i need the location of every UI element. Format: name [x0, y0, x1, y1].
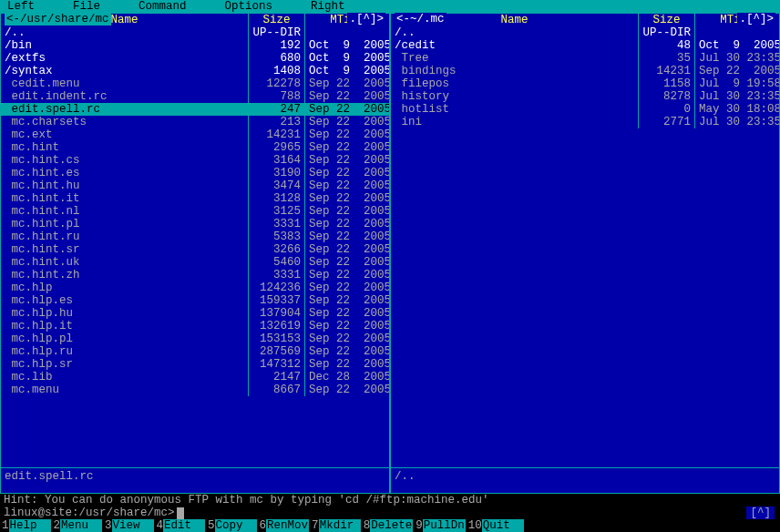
top-menubar[interactable]: Left File Command Options Right: [0, 0, 780, 13]
fkey-view[interactable]: View: [112, 519, 154, 532]
file-row[interactable]: bindings14231Sep 22 2005: [391, 65, 779, 77]
file-name: mc.hint.cs: [1, 154, 249, 167]
fkey-renmov[interactable]: RenMov: [266, 519, 309, 532]
right-file-list[interactable]: /..UP--DIR/cedit48Oct 9 2005 Tree35Jul 3…: [391, 26, 779, 467]
file-name: Tree: [391, 52, 639, 65]
file-row[interactable]: mc.lib2147Dec 28 2005: [1, 371, 389, 384]
file-mtime: Sep 22 2005: [305, 281, 389, 294]
file-row[interactable]: mc.hlp.ru287569Sep 22 2005: [1, 345, 389, 358]
file-row[interactable]: /..UP--DIR: [391, 26, 779, 39]
file-row[interactable]: mc.hint.uk5460Sep 22 2005: [1, 256, 389, 269]
left-panel[interactable]: <-/usr/share/mc .[^]> Name Size MTime /.…: [0, 13, 390, 494]
fkey-number: 3: [105, 519, 112, 532]
file-row[interactable]: mc.menu8667Sep 22 2005: [1, 384, 389, 396]
file-name: mc.hint.sr: [1, 243, 249, 256]
fkey-pulldn[interactable]: PullDn: [423, 519, 466, 532]
left-file-list[interactable]: /..UP--DIR/bin192Oct 9 2005/extfs680Oct …: [1, 26, 389, 467]
file-mtime: Sep 22 2005: [305, 358, 389, 371]
file-name: mc.hint.pl: [1, 218, 249, 230]
fkey-number: 6: [260, 519, 267, 532]
file-row[interactable]: /syntax1408Oct 9 2005: [1, 65, 389, 77]
file-row[interactable]: mc.hlp.es159337Sep 22 2005: [1, 294, 389, 307]
file-row[interactable]: mc.hint.cs3164Sep 22 2005: [1, 154, 389, 167]
menu-file[interactable]: File: [73, 0, 100, 13]
file-name: hotlist: [391, 103, 639, 116]
command-prompt[interactable]: linux@site:/usr/share/mc> [^]: [0, 506, 780, 519]
file-row[interactable]: mc.hint.zh3331Sep 22 2005: [1, 269, 389, 281]
right-panel-path[interactable]: <-~/.mc: [395, 13, 446, 26]
fkey-edit[interactable]: Edit: [163, 519, 205, 532]
file-row[interactable]: mc.hlp.hu137904Sep 22 2005: [1, 307, 389, 320]
file-row[interactable]: mc.hlp.sr147312Sep 22 2005: [1, 358, 389, 371]
file-size: 3164: [249, 154, 305, 167]
header-size[interactable]: Size: [639, 14, 695, 26]
file-name: filepos: [391, 77, 639, 90]
file-row[interactable]: mc.hlp.pl153153Sep 22 2005: [1, 332, 389, 345]
file-size: 35: [639, 52, 695, 65]
fkey-quit[interactable]: Quit: [482, 519, 524, 532]
file-row[interactable]: filepos1158Jul 9 19:58: [391, 77, 779, 90]
file-row[interactable]: /..UP--DIR: [1, 26, 389, 39]
file-name: mc.hlp: [1, 281, 249, 294]
fkey-number: 9: [416, 519, 423, 532]
file-size: 8278: [639, 90, 695, 103]
file-row[interactable]: edit.indent.rc788Sep 22 2005: [1, 90, 389, 103]
file-row[interactable]: cedit.menu12278Sep 22 2005: [1, 77, 389, 90]
file-row[interactable]: mc.charsets213Sep 22 2005: [1, 116, 389, 128]
function-key-bar[interactable]: 1Help2Menu3View4Edit5Copy6RenMov7Mkdir8D…: [0, 519, 780, 532]
left-panel-sort-indicator[interactable]: .[^]>: [347, 13, 385, 26]
file-row[interactable]: history8278Jul 30 23:35: [391, 90, 779, 103]
left-panel-path[interactable]: <-/usr/share/mc: [5, 13, 111, 26]
header-size[interactable]: Size: [249, 14, 305, 26]
file-name: mc.hlp.es: [1, 294, 249, 307]
file-mtime: Sep 22 2005: [305, 384, 389, 396]
file-row[interactable]: mc.hint.ru5383Sep 22 2005: [1, 230, 389, 243]
file-size: 2771: [639, 116, 695, 128]
file-row[interactable]: /bin192Oct 9 2005: [1, 39, 389, 52]
file-row[interactable]: mc.hint.nl3125Sep 22 2005: [1, 205, 389, 218]
file-size: 3190: [249, 167, 305, 179]
fkey-help[interactable]: Help: [9, 519, 51, 532]
file-row[interactable]: hotlist0May 30 18:08: [391, 103, 779, 116]
file-size: 5383: [249, 230, 305, 243]
file-mtime: Sep 22 2005: [695, 65, 779, 77]
right-panel[interactable]: <-~/.mc .[^]> Name Size MTime /..UP--DIR…: [390, 13, 780, 494]
file-mtime: Sep 22 2005: [305, 332, 389, 345]
file-mtime: Sep 22 2005: [305, 269, 389, 281]
file-name: mc.charsets: [1, 116, 249, 128]
file-name: mc.hint.es: [1, 167, 249, 179]
menu-options[interactable]: Options: [225, 0, 273, 13]
file-row[interactable]: ini2771Jul 30 23:35: [391, 116, 779, 128]
file-mtime: Sep 22 2005: [305, 218, 389, 230]
fkey-delete[interactable]: Delete: [370, 519, 413, 532]
file-name: mc.hint.it: [1, 192, 249, 205]
right-panel-sort-indicator[interactable]: .[^]>: [737, 13, 775, 26]
file-mtime: Jul 30 23:35: [695, 52, 779, 65]
file-name: mc.hlp.hu: [1, 307, 249, 320]
file-row[interactable]: mc.hint.es3190Sep 22 2005: [1, 167, 389, 179]
file-row[interactable]: mc.hint.hu3474Sep 22 2005: [1, 179, 389, 192]
menu-left[interactable]: Left: [7, 0, 35, 13]
file-size: 680: [249, 52, 305, 65]
fkey-menu[interactable]: Menu: [60, 519, 102, 532]
file-row[interactable]: mc.hlp.it132619Sep 22 2005: [1, 320, 389, 332]
file-name: mc.hint.uk: [1, 256, 249, 269]
file-row[interactable]: /cedit48Oct 9 2005: [391, 39, 779, 52]
fkey-mkdir[interactable]: Mkdir: [319, 519, 361, 532]
file-mtime: Jul 9 19:58: [695, 77, 779, 90]
file-row[interactable]: mc.hlp124236Sep 22 2005: [1, 281, 389, 294]
file-row[interactable]: mc.ext14231Sep 22 2005: [1, 128, 389, 141]
file-row[interactable]: mc.hint.sr3266Sep 22 2005: [1, 243, 389, 256]
file-row[interactable]: Tree35Jul 30 23:35: [391, 52, 779, 65]
fkey-copy[interactable]: Copy: [215, 519, 257, 532]
file-mtime: Sep 22 2005: [305, 90, 389, 103]
file-name: /..: [1, 26, 249, 39]
fkey-number: 10: [468, 519, 482, 532]
file-row[interactable]: mc.hint2965Sep 22 2005: [1, 141, 389, 154]
file-row[interactable]: /extfs680Oct 9 2005: [1, 52, 389, 65]
file-row[interactable]: mc.hint.pl3331Sep 22 2005: [1, 218, 389, 230]
file-row[interactable]: mc.hint.it3128Sep 22 2005: [1, 192, 389, 205]
menu-command[interactable]: Command: [139, 0, 187, 13]
file-row[interactable]: edit.spell.rc247Sep 22 2005: [1, 103, 389, 116]
menu-right[interactable]: Right: [311, 0, 345, 13]
